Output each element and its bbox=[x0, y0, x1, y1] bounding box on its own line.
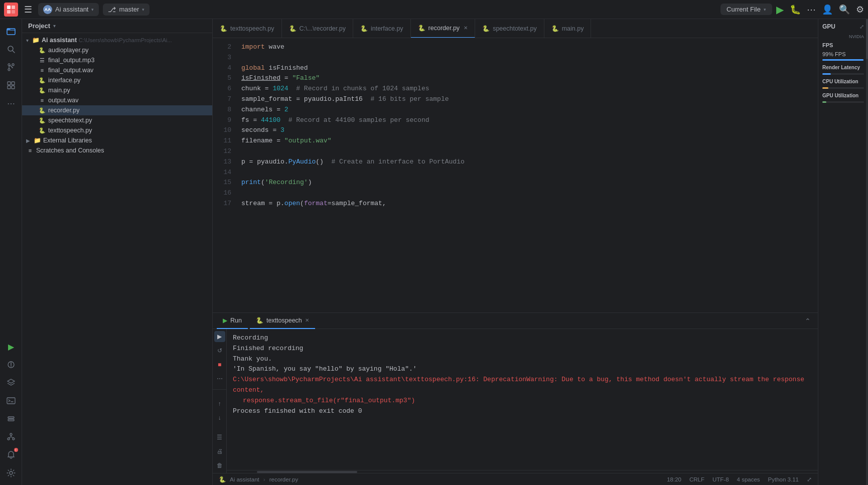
svg-point-23 bbox=[13, 438, 15, 440]
ai-assistant-button[interactable]: AA Ai assistant ▾ bbox=[38, 3, 99, 16]
wav-file-icon-output: ≡ bbox=[38, 96, 46, 104]
status-bar: 🐍 Ai assistant › recorder.py 18:20 CRLF … bbox=[213, 473, 818, 485]
status-charset[interactable]: UTF-8 bbox=[712, 476, 729, 482]
console-line-5: 'In Spanish, you say "hello" by saying "… bbox=[233, 364, 812, 375]
tab-py-icon-6: 🐍 bbox=[551, 25, 559, 32]
sidebar-item-more[interactable]: ⋯ bbox=[3, 95, 19, 111]
run-tab-label: Run bbox=[230, 317, 242, 324]
tree-item-external-libs[interactable]: ▶ 📁 External Libraries bbox=[22, 135, 212, 145]
editor-gpu-container: 🐍 texttospeech.py 🐍 C:\...\recorder.py 🐍… bbox=[213, 19, 868, 485]
status-ai-label[interactable]: Ai assistant bbox=[230, 476, 259, 482]
bottom-content: Recording Finished recording Thank you. … bbox=[227, 329, 818, 473]
tab-label-recorder: recorder.py bbox=[428, 25, 460, 32]
branch-chevron-icon: ▾ bbox=[142, 7, 144, 12]
gpu-panel-scrollbar-thumb[interactable] bbox=[866, 19, 868, 59]
gpu-cpu-bar bbox=[822, 87, 864, 89]
status-left: 🐍 Ai assistant › recorder.py bbox=[219, 476, 298, 483]
sidebar-item-services[interactable] bbox=[3, 411, 19, 427]
run-button[interactable]: ▶ bbox=[776, 4, 784, 16]
run-side-rerun-icon[interactable]: ↺ bbox=[214, 345, 225, 356]
run-side-list-icon[interactable]: ☰ bbox=[214, 432, 225, 443]
run-tab[interactable]: ▶ Run bbox=[217, 313, 248, 329]
status-crlf[interactable]: CRLF bbox=[689, 476, 704, 482]
code-content[interactable]: import wave global isFinished isFinished… bbox=[235, 38, 818, 312]
run-file-label: texttospeech bbox=[266, 317, 302, 324]
sidebar-item-search[interactable] bbox=[3, 41, 19, 57]
current-file-button[interactable]: Current File ▾ bbox=[720, 4, 772, 15]
tree-item-recorder[interactable]: 🐍 recorder.py bbox=[22, 105, 212, 115]
wav-file-icon: ≡ bbox=[38, 66, 46, 74]
run-side-delete-icon[interactable]: 🗑 bbox=[214, 460, 225, 471]
tab-recorder-path[interactable]: 🐍 C:\...\recorder.py bbox=[282, 19, 353, 38]
tab-close-icon[interactable]: ✕ bbox=[464, 25, 468, 31]
run-side-more-icon[interactable]: ⋯ bbox=[214, 373, 225, 384]
tab-interface[interactable]: 🐍 interface.py bbox=[353, 19, 411, 38]
svg-point-22 bbox=[8, 438, 10, 440]
run-side-play-icon[interactable]: ▶ bbox=[214, 331, 225, 342]
current-file-chevron-icon: ▾ bbox=[764, 7, 766, 12]
tab-speechtotext[interactable]: 🐍 speechtotext.py bbox=[475, 19, 544, 38]
settings-icon[interactable]: ⚙ bbox=[856, 4, 864, 15]
gpu-gpu-label: GPU Utilization bbox=[822, 93, 864, 98]
topbar: ☰ AA Ai assistant ▾ ⎇ master ▾ Current F… bbox=[0, 0, 868, 19]
tree-item-speechtotext[interactable]: 🐍 speechtotext.py bbox=[22, 115, 212, 125]
tree-item-final-wav[interactable]: ≡ final_output.wav bbox=[22, 65, 212, 75]
sidebar-item-run[interactable]: ▶ bbox=[3, 339, 19, 355]
search-icon[interactable]: 🔍 bbox=[839, 4, 850, 15]
sidebar-item-terminal[interactable] bbox=[3, 393, 19, 409]
tree-item-final-mp3[interactable]: ☰ final_output.mp3 bbox=[22, 55, 212, 65]
status-python[interactable]: Python 3.11 bbox=[768, 476, 799, 482]
tab-label-texttospeech: texttospeech.py bbox=[230, 25, 274, 32]
svg-rect-20 bbox=[8, 419, 14, 421]
tree-item-main[interactable]: 🐍 main.py bbox=[22, 85, 212, 95]
status-indent[interactable]: 4 spaces bbox=[737, 476, 760, 482]
tree-item-audioplayer[interactable]: 🐍 audioplayer.py bbox=[22, 45, 212, 55]
horizontal-scrollbar[interactable] bbox=[257, 471, 357, 473]
tab-texttospeech[interactable]: 🐍 texttospeech.py bbox=[213, 19, 282, 38]
run-file-tab[interactable]: 🐍 texttospeech ✕ bbox=[250, 313, 315, 329]
run-side-down-icon[interactable]: ↓ bbox=[214, 412, 225, 423]
account-icon[interactable]: 👤 bbox=[822, 4, 833, 15]
tree-item-interface[interactable]: 🐍 interface.py bbox=[22, 75, 212, 85]
run-side-up-icon[interactable]: ↑ bbox=[214, 398, 225, 409]
tree-item-texttospeech[interactable]: 🐍 texttospeech.py bbox=[22, 125, 212, 135]
sidebar-item-layers[interactable] bbox=[3, 375, 19, 391]
gpu-latency-bar bbox=[822, 73, 864, 75]
console-output[interactable]: Recording Finished recording Thank you. … bbox=[227, 329, 818, 470]
more-options-icon[interactable]: ⋯ bbox=[807, 4, 816, 15]
tree-item-scratches[interactable]: ≡ Scratches and Consoles bbox=[22, 145, 212, 155]
sidebar-item-plugins[interactable] bbox=[3, 77, 19, 93]
debug-icon[interactable]: 🐛 bbox=[790, 4, 801, 15]
branch-button[interactable]: ⎇ master ▾ bbox=[103, 4, 150, 16]
tree-item-output-wav[interactable]: ≡ output.wav bbox=[22, 95, 212, 105]
scratches-icon: ≡ bbox=[26, 146, 34, 154]
run-side-print-icon[interactable]: 🖨 bbox=[214, 446, 225, 457]
project-header: Project ▾ bbox=[22, 19, 212, 33]
svg-point-9 bbox=[8, 69, 10, 71]
svg-point-16 bbox=[11, 366, 12, 367]
run-side-stop-icon[interactable]: ■ bbox=[214, 359, 225, 370]
status-file-label[interactable]: recorder.py bbox=[269, 476, 299, 482]
sidebar-item-settings-bottom[interactable] bbox=[3, 465, 19, 481]
sidebar-item-notifications[interactable]: ! bbox=[3, 447, 19, 463]
py-file-icon-recorder: 🐍 bbox=[38, 106, 46, 114]
collapse-bottom-button[interactable]: ⌃ bbox=[802, 315, 814, 327]
tree-item-ai-assistant[interactable]: ▾ 📁 Ai assistant C:\Users\showb\PycharmP… bbox=[22, 35, 212, 45]
gpu-expand-icon[interactable]: ⤢ bbox=[859, 24, 864, 30]
py-file-icon-main: 🐍 bbox=[38, 86, 46, 94]
avatar: AA bbox=[43, 5, 52, 14]
tab-main[interactable]: 🐍 main.py bbox=[544, 19, 592, 38]
sidebar-item-folder[interactable] bbox=[3, 23, 19, 39]
hamburger-menu[interactable]: ☰ bbox=[22, 2, 34, 17]
sidebar-item-debug[interactable] bbox=[3, 357, 19, 373]
sidebar-item-git[interactable] bbox=[3, 59, 19, 75]
status-position[interactable]: 18:20 bbox=[667, 476, 681, 482]
bottom-scrollbar-area bbox=[227, 470, 818, 473]
svg-point-21 bbox=[10, 433, 12, 435]
tab-bar: 🐍 texttospeech.py 🐍 C:\...\recorder.py 🐍… bbox=[213, 19, 818, 38]
tab-recorder[interactable]: 🐍 recorder.py ✕ bbox=[411, 19, 476, 38]
bottom-with-side: ▶ ↺ ■ ⋯ ↑ ↓ ☰ 🖨 🗑 Recording bbox=[213, 329, 818, 473]
run-file-close-icon[interactable]: ✕ bbox=[305, 317, 309, 323]
status-expand-icon[interactable]: ⤢ bbox=[807, 476, 812, 483]
sidebar-item-structure[interactable] bbox=[3, 429, 19, 445]
